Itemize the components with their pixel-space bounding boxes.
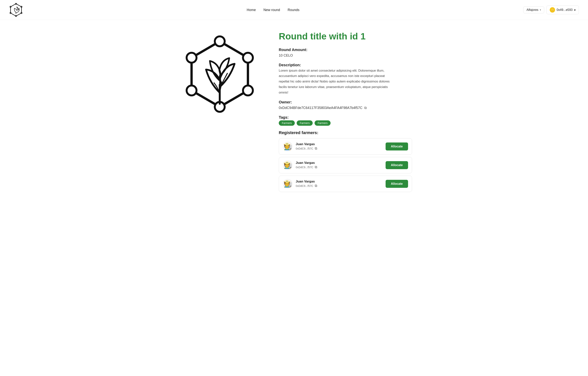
tag-1: Farmers (297, 120, 313, 126)
farmer-card: 🧑‍🌾 Juan Vargas 0xDdC9...f57C ⧉ Allocate (279, 138, 412, 155)
main-content: Round title with id 1 Round Amount: 10 C… (161, 20, 427, 208)
copy-address-icon[interactable]: ⧉ (364, 106, 367, 110)
account-chevron: ▾ (540, 9, 541, 11)
farmer-avatar: 🧑‍🌾 (283, 160, 293, 170)
owner-address: 0xDdC94BFde7C64117F35803AeA4FA4F98A7b4f5… (279, 105, 362, 111)
tag-0: Farmers (279, 120, 295, 126)
farmers-title: Registered farmers: (279, 130, 412, 135)
farmer-avatar: 🧑‍🌾 (283, 179, 293, 189)
logo[interactable] (9, 3, 23, 17)
farmer-details: Juan Vargas 0xDdC9...f57C ⧉ (296, 180, 317, 188)
illustration-column (176, 32, 263, 123)
wallet-address: 0x49...e593 (556, 8, 573, 12)
farmer-details: Juan Vargas 0xDdC9...f57C ⧉ (296, 142, 317, 150)
farmer-address: 0xDdC9...f57C (296, 147, 313, 150)
nav-rounds[interactable]: Rounds (288, 8, 300, 12)
account-dropdown[interactable]: Alfajores ▾ (523, 7, 544, 13)
hero-illustration (178, 32, 262, 123)
allocate-button[interactable]: Allocate (386, 142, 408, 150)
farmer-address-row: 0xDdC9...f57C ⧉ (296, 184, 317, 188)
account-name: Alfajores (526, 8, 538, 12)
description-section: Description: Lorem ipsum dolor sit amet … (279, 63, 412, 96)
farmer-card: 🧑‍🌾 Juan Vargas 0xDdC9...f57C ⧉ Allocate (279, 157, 412, 173)
wallet-icon: 🪙 (550, 7, 555, 12)
description-text: Lorem ipsum dolor sit amet consectetur a… (279, 68, 393, 96)
allocate-button[interactable]: Allocate (386, 180, 408, 188)
wallet-chevron: ▾ (574, 8, 576, 12)
owner-label: Owner: (279, 100, 412, 104)
nav-new-round[interactable]: New round (263, 8, 280, 12)
copy-farmer-address-icon[interactable]: ⧉ (315, 165, 317, 169)
farmers-list: 🧑‍🌾 Juan Vargas 0xDdC9...f57C ⧉ Allocate… (279, 138, 412, 192)
tag-2: Farmers (315, 120, 331, 126)
owner-section: Owner: 0xDdC94BFde7C64117F35803AeA4FA4F9… (279, 100, 412, 111)
tags-label: Tags: (279, 115, 412, 120)
farmers-section: Registered farmers: 🧑‍🌾 Juan Vargas 0xDd… (279, 130, 412, 192)
copy-farmer-address-icon[interactable]: ⧉ (315, 147, 317, 150)
svg-point-14 (215, 36, 225, 46)
svg-point-16 (243, 86, 253, 96)
farmer-avatar: 🧑‍🌾 (283, 141, 293, 151)
allocate-button[interactable]: Allocate (386, 161, 408, 169)
farmer-address: 0xDdC9...f57C (296, 184, 313, 187)
farmer-address-row: 0xDdC9...f57C ⧉ (296, 165, 317, 169)
farmer-info: 🧑‍🌾 Juan Vargas 0xDdC9...f57C ⧉ (283, 160, 317, 170)
nav-links: Home New round Rounds (247, 8, 300, 12)
farmer-info: 🧑‍🌾 Juan Vargas 0xDdC9...f57C ⧉ (283, 179, 317, 189)
farmer-name: Juan Vargas (296, 142, 317, 146)
owner-row: 0xDdC94BFde7C64117F35803AeA4FA4F98A7b4f5… (279, 105, 412, 111)
farmer-card: 🧑‍🌾 Juan Vargas 0xDdC9...f57C ⧉ Allocate (279, 176, 412, 192)
farmer-name: Juan Vargas (296, 180, 317, 183)
navbar: Home New round Rounds Alfajores ▾ 🪙 0x49… (0, 0, 588, 20)
svg-point-18 (187, 86, 197, 96)
amount-section: Round Amount: 10 CELO (279, 48, 412, 58)
tags-section: Tags: FarmersFarmersFarmers (279, 115, 412, 126)
amount-label: Round Amount: (279, 48, 412, 52)
svg-point-19 (187, 53, 197, 63)
tags-container: FarmersFarmersFarmers (279, 120, 412, 126)
farmer-name: Juan Vargas (296, 161, 317, 165)
svg-marker-0 (10, 4, 21, 16)
farmer-address: 0xDdC9...f57C (296, 166, 313, 169)
farmer-details: Juan Vargas 0xDdC9...f57C ⧉ (296, 161, 317, 169)
wallet-dropdown[interactable]: 🪙 0x49...e593 ▾ (546, 6, 579, 14)
farmer-address-row: 0xDdC9...f57C ⧉ (296, 147, 317, 150)
details-column: Round title with id 1 Round Amount: 10 C… (279, 32, 412, 197)
round-title: Round title with id 1 (279, 32, 412, 42)
svg-point-15 (243, 53, 253, 63)
farmer-info: 🧑‍🌾 Juan Vargas 0xDdC9...f57C ⧉ (283, 141, 317, 151)
description-label: Description: (279, 63, 412, 67)
amount-value: 10 CELO (279, 53, 412, 58)
nav-home[interactable]: Home (247, 8, 256, 12)
copy-farmer-address-icon[interactable]: ⧉ (315, 184, 317, 188)
navbar-right: Alfajores ▾ 🪙 0x49...e593 ▾ (523, 6, 579, 14)
